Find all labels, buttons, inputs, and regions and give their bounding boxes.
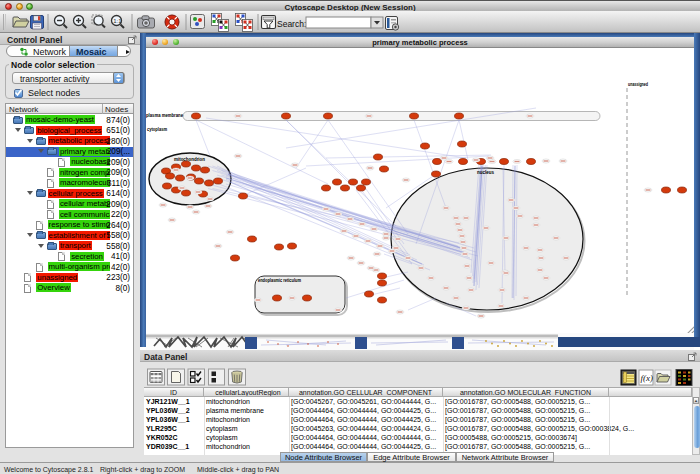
svg-text:Search:: Search: xyxy=(277,19,306,29)
svg-text:cytoplasm: cytoplasm xyxy=(147,126,167,132)
svg-text:plasma membrane: plasma membrane xyxy=(146,112,183,118)
svg-text:1:1: 1:1 xyxy=(113,18,122,24)
svg-text:unassigned: unassigned xyxy=(628,81,648,87)
svg-text:endoplasmic reticulum: endoplasmic reticulum xyxy=(258,277,301,283)
svg-text:nucleus: nucleus xyxy=(477,169,494,175)
svg-text:f(x): f(x) xyxy=(641,373,654,383)
svg-text:mitochondrion: mitochondrion xyxy=(174,156,205,162)
